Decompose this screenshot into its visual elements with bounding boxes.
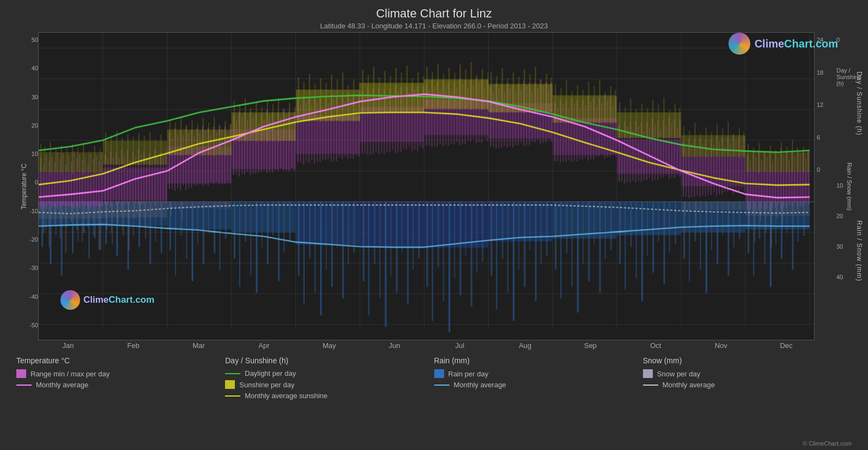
svg-rect-73 xyxy=(304,202,305,304)
svg-rect-491 xyxy=(40,143,41,172)
svg-rect-127 xyxy=(593,202,594,244)
svg-rect-105 xyxy=(476,202,477,273)
svg-rect-71 xyxy=(296,202,360,245)
svg-rect-625 xyxy=(711,131,712,158)
svg-rect-622 xyxy=(694,123,695,157)
svg-rect-642 xyxy=(798,152,799,173)
svg-rect-534 xyxy=(262,107,263,142)
svg-rect-99 xyxy=(443,202,444,301)
y-tick-sunshine-0: 0 xyxy=(817,166,820,173)
svg-rect-493 xyxy=(50,142,51,173)
legend-daylight: Daylight per day xyxy=(225,369,434,377)
svg-rect-67 xyxy=(272,202,274,236)
svg-rect-631 xyxy=(743,131,744,158)
svg-rect-104 xyxy=(471,202,472,307)
svg-rect-197 xyxy=(760,202,761,221)
svg-rect-524 xyxy=(214,117,215,157)
svg-rect-183 xyxy=(123,202,124,236)
svg-rect-68 xyxy=(278,202,280,281)
svg-rect-199 xyxy=(771,202,772,247)
legend-temp-avg-line xyxy=(16,385,32,386)
x-tick-dec: Dec xyxy=(754,341,819,350)
svg-rect-521 xyxy=(197,124,198,155)
y-tick-sunshine-18: 18 xyxy=(817,69,823,76)
svg-rect-200 xyxy=(776,202,778,218)
svg-rect-585 xyxy=(513,73,514,112)
y-tick-rain-30: 30 xyxy=(836,243,843,250)
svg-rect-507 xyxy=(122,138,123,164)
svg-rect-536 xyxy=(272,104,274,141)
svg-rect-87 xyxy=(379,202,380,298)
svg-rect-568 xyxy=(427,67,428,109)
legend-rain-per-day-label: Rain per day xyxy=(448,370,489,378)
legend-temp-range-swatch xyxy=(16,369,26,378)
svg-rect-195 xyxy=(749,202,750,227)
svg-rect-131 xyxy=(617,202,681,236)
y-tick-30: 30 xyxy=(32,94,38,100)
svg-rect-132 xyxy=(619,202,621,265)
svg-rect-537 xyxy=(278,98,279,142)
legend-sunshine-swatch xyxy=(225,380,235,389)
x-tick-jun: Jun xyxy=(362,341,427,350)
svg-rect-602 xyxy=(599,79,600,123)
svg-rect-122 xyxy=(566,202,568,253)
svg-rect-500 xyxy=(88,151,89,173)
svg-rect-88 xyxy=(385,202,386,327)
svg-rect-111 xyxy=(507,202,508,293)
svg-rect-106 xyxy=(482,202,483,261)
svg-rect-545 xyxy=(314,84,315,121)
svg-rect-559 xyxy=(384,71,385,113)
svg-rect-145 xyxy=(689,202,690,281)
svg-rect-577 xyxy=(476,75,477,109)
legend-temp-range: Range min / max per day xyxy=(16,369,225,378)
svg-rect-178 xyxy=(99,202,100,250)
legend-group-temperature: Temperature °C Range min / max per day M… xyxy=(16,356,225,400)
legend-section: Temperature °C Range min / max per day M… xyxy=(0,350,868,400)
svg-rect-189 xyxy=(171,202,172,216)
svg-rect-626 xyxy=(717,124,718,157)
svg-rect-596 xyxy=(566,81,567,123)
x-tick-nov: Nov xyxy=(688,341,754,350)
svg-rect-540 xyxy=(295,107,296,141)
svg-rect-557 xyxy=(373,67,374,112)
svg-rect-502 xyxy=(100,149,101,173)
legend-temp-avg-label: Monthly average xyxy=(36,381,88,389)
svg-rect-632 xyxy=(745,152,810,171)
svg-rect-644 xyxy=(808,150,809,173)
svg-rect-512 xyxy=(149,131,150,166)
svg-rect-65 xyxy=(262,202,263,247)
svg-rect-109 xyxy=(496,202,497,310)
svg-rect-515 xyxy=(167,129,232,155)
svg-rect-52 xyxy=(192,202,193,281)
svg-rect-112 xyxy=(513,202,514,321)
svg-rect-490 xyxy=(39,152,103,172)
x-tick-mar: Mar xyxy=(166,341,232,350)
svg-rect-187 xyxy=(145,202,146,239)
legend-rain-avg: Monthly average xyxy=(434,381,643,389)
svg-rect-94 xyxy=(418,202,420,259)
svg-rect-633 xyxy=(748,144,749,171)
legend-snow-per-day-label: Snow per day xyxy=(657,370,701,378)
svg-rect-139 xyxy=(658,202,659,242)
svg-rect-563 xyxy=(406,65,408,113)
legend-rain-title: Rain (mm) xyxy=(434,356,643,365)
svg-rect-539 xyxy=(289,103,290,141)
svg-rect-201 xyxy=(782,202,783,226)
svg-rect-611 xyxy=(641,103,642,139)
y-axis-left-label: Temperature °C xyxy=(20,163,28,209)
svg-rect-97 xyxy=(432,202,433,321)
svg-rect-552 xyxy=(353,79,354,121)
svg-rect-514 xyxy=(161,135,162,165)
legend-sunshine-per-day: Sunshine per day xyxy=(225,380,434,389)
svg-rect-103 xyxy=(465,202,466,256)
svg-rect-535 xyxy=(267,100,268,142)
svg-rect-580 xyxy=(488,84,553,112)
logo-top: ClimeChart.com xyxy=(729,33,838,55)
y-tick-m50: -50 xyxy=(29,322,38,328)
svg-rect-508 xyxy=(128,134,129,165)
legend-daylight-line xyxy=(225,373,240,374)
svg-rect-107 xyxy=(488,202,553,242)
svg-rect-72 xyxy=(298,202,300,276)
svg-rect-523 xyxy=(208,123,209,155)
svg-rect-81 xyxy=(348,202,349,265)
